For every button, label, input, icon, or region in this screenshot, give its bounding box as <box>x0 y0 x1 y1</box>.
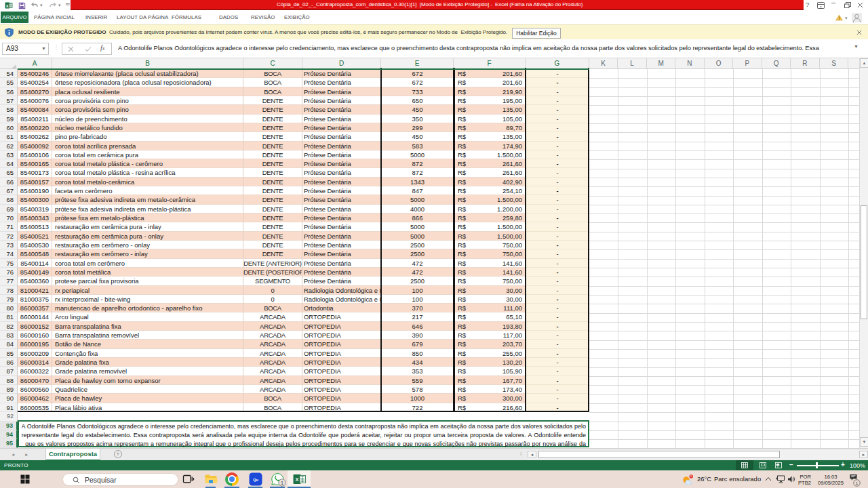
svg-text:X: X <box>295 476 298 483</box>
svg-text:X: X <box>6 4 9 8</box>
svg-text:Qu: Qu <box>253 478 258 482</box>
svg-text:1: 1 <box>281 481 283 485</box>
